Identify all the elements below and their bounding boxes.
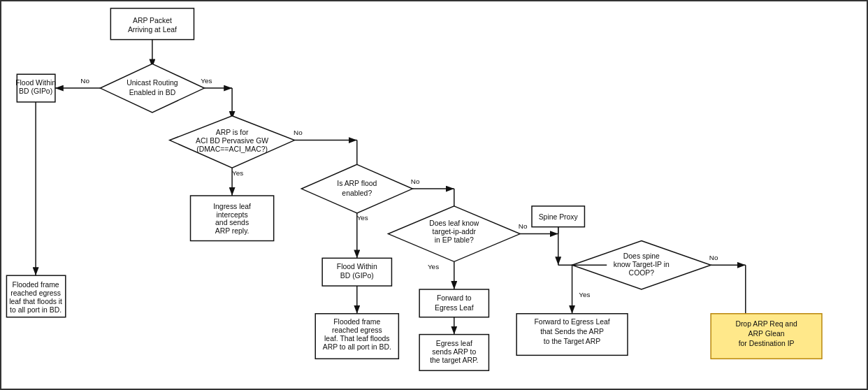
d2-no-label: No [294, 129, 303, 136]
b5-label-2: Egress Leaf [435, 304, 474, 312]
b2-label-4: ARP reply. [215, 227, 249, 235]
d5-yes-label: Yes [579, 291, 590, 298]
b7-label-2: sends ARP to [432, 348, 476, 356]
b6-label-1: Flooded frame [333, 318, 380, 326]
b7-label-3: the target ARP. [430, 356, 478, 364]
d4-no-label: No [519, 222, 528, 230]
d2-yes-label: Yes [232, 169, 243, 177]
d4-label-1: Does leaf know [429, 219, 479, 227]
d4-label-3: in EP table? [435, 236, 474, 244]
d3-label-2: enabled? [342, 189, 372, 197]
b4-label-2: BD (GIPo) [340, 272, 374, 280]
b2-label-2: intercepts [217, 211, 248, 219]
d5-no-label: No [709, 254, 718, 261]
start-label-1: ARP Packet [133, 17, 172, 24]
d4-label-2: target-ip-addr [433, 228, 477, 236]
b3-label-1: Flooded frame [13, 281, 59, 289]
d1-label-1: Unicast Routing [126, 79, 178, 87]
b10-label-3: for Destination IP [739, 340, 795, 347]
d3-no-label: No [411, 178, 420, 185]
b1-label-1: Flood Within [15, 79, 56, 87]
d1-label-2: Enabled in BD [129, 89, 176, 96]
b2-label-3: and sends [215, 219, 249, 226]
b1-label-2: BD (GIPo) [19, 87, 52, 95]
b3-label-3: leaf that floods it [9, 298, 62, 305]
d1-yes-label: Yes [201, 77, 212, 85]
b6-label-3: leaf. That leaf floods [324, 335, 390, 342]
b2-label-1: Ingress leaf [213, 203, 251, 210]
b9-label-1: Forward to Egress Leaf [534, 318, 609, 326]
diagram-container: ARP Packet Arriving at Leaf Unicast Rout… [0, 0, 868, 390]
d2-label-3: (DMAC==ACI_MAC?) [196, 145, 268, 153]
d3-yes-label: Yes [357, 214, 368, 222]
b5-label-1: Forward to [437, 294, 472, 302]
d2-label-2: ACI BD Pervasive GW [196, 137, 268, 145]
d5-label-3: COOP? [629, 269, 655, 277]
d3-label-1: Is ARP flood [337, 180, 377, 187]
d1-no-label: No [80, 77, 89, 85]
b4-label-1: Flood Within [337, 263, 377, 270]
b10-label-2: ARP Glean [748, 330, 785, 338]
b3-label-4: to all port in BD. [10, 306, 62, 314]
b7-label-1: Egress leaf [436, 340, 472, 347]
d5-label-1: Does spine [623, 252, 660, 260]
b6-label-4: ARP to all port in BD. [323, 343, 391, 351]
b8-label: Spine Proxy [539, 213, 579, 221]
b3-label-2: reached egress [10, 289, 61, 297]
d2-label-1: ARP is for [216, 129, 249, 136]
b9-label-3: to the Target ARP [544, 338, 600, 345]
b10-label-1: Drop ARP Req and [735, 320, 797, 328]
d4-yes-label: Yes [428, 263, 439, 270]
b9-label-2: that Sends the ARP [540, 328, 604, 335]
start-label-2: Arriving at Leaf [128, 26, 177, 34]
b6-label-2: reached egress [332, 326, 382, 334]
d5-label-2: know Target-IP in [614, 261, 670, 268]
